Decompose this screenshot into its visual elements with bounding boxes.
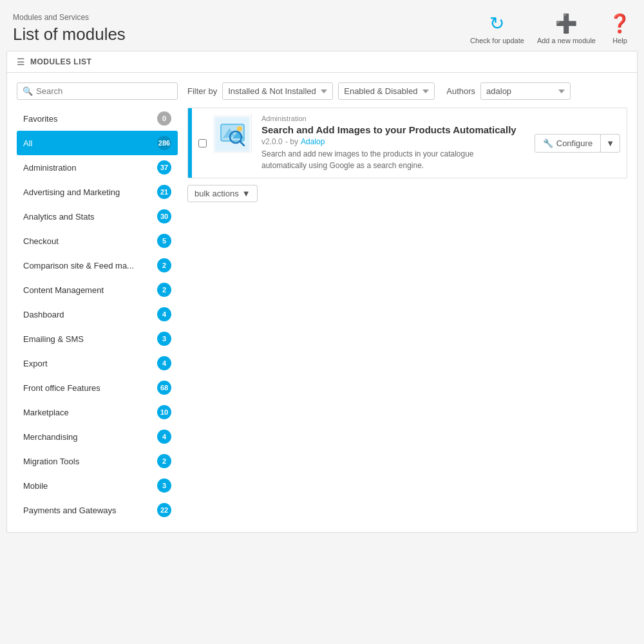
sidebar-item-label: Comparison site & Feed ma...: [23, 261, 134, 270]
sidebar-item[interactable]: Checkout5: [17, 229, 178, 253]
filter-by-label: Filter by: [187, 86, 217, 96]
sidebar-item[interactable]: Migration Tools2: [17, 449, 178, 473]
module-description: Search and add new images to the product…: [261, 148, 518, 171]
sidebar-item-label: Administration: [23, 163, 76, 173]
check-update-button[interactable]: ↻ Check for update: [470, 13, 524, 44]
sidebar-item-label: Dashboard: [23, 310, 64, 319]
module-title: Search and Add Images to your Products A…: [261, 124, 518, 146]
add-module-label: Add a new module: [537, 37, 596, 44]
sidebar-item[interactable]: Export4: [17, 351, 178, 375]
module-card-actions: 🔧 Configure ▼: [528, 108, 627, 178]
sidebar-item[interactable]: Comparison site & Feed ma...2: [17, 253, 178, 278]
module-card-image: [213, 115, 252, 153]
sidebar-item-count: 2: [157, 258, 171, 272]
sidebar-item[interactable]: Advertising and Marketing21: [17, 180, 178, 204]
sidebar-item-label: All: [23, 138, 32, 148]
sidebar-item-label: Marketplace: [23, 408, 69, 417]
authors-label: Authors: [446, 86, 475, 96]
module-author: Adalop: [301, 137, 325, 146]
bulk-actions-label: bulk actions: [194, 189, 239, 198]
header-actions: ↻ Check for update ➕ Add a new module ❓ …: [470, 13, 631, 44]
add-module-button[interactable]: ➕ Add a new module: [537, 13, 596, 44]
sidebar-item[interactable]: Payments and Gateways22: [17, 498, 178, 522]
sidebar-item[interactable]: Mobile3: [17, 473, 178, 498]
page-wrapper: Modules and Services List of modules ↻ C…: [0, 0, 644, 644]
page-title: List of modules: [13, 24, 126, 44]
sidebar-item-count: 286: [157, 136, 171, 150]
sidebar-item[interactable]: Marketplace10: [17, 400, 178, 424]
header-left: Modules and Services List of modules: [13, 13, 126, 44]
search-box[interactable]: 🔍: [17, 82, 178, 100]
configure-dropdown-button[interactable]: ▼: [600, 134, 620, 153]
sidebar-item-count: 30: [157, 209, 171, 223]
help-icon: ❓: [609, 13, 631, 34]
sidebar-item-count: 21: [157, 185, 171, 199]
module-svg-icon: [216, 118, 249, 150]
svg-point-4: [237, 126, 242, 131]
sidebar-item-label: Emailing & SMS: [23, 334, 84, 344]
search-input[interactable]: [36, 86, 172, 96]
sidebar-item-count: 5: [157, 234, 171, 248]
sidebar-item-label: Payments and Gateways: [23, 506, 117, 515]
module-image-placeholder: [214, 117, 250, 152]
sidebar-item-count: 68: [157, 381, 171, 395]
sidebar-item-count: 4: [157, 356, 171, 370]
sidebar-item[interactable]: Front office Features68: [17, 375, 178, 400]
refresh-icon: ↻: [489, 13, 504, 34]
status-filter-select[interactable]: Enabled & DisabledEnabledDisabled: [338, 82, 435, 100]
configure-button[interactable]: 🔧 Configure: [535, 134, 601, 153]
sidebar-item[interactable]: Analytics and Stats30: [17, 204, 178, 229]
sidebar-item[interactable]: Favorites0: [17, 106, 178, 131]
module-name: Search and Add Images to your Products A…: [261, 124, 516, 135]
check-update-label: Check for update: [470, 37, 524, 44]
sidebar-item-count: 2: [157, 283, 171, 297]
sidebar-item-count: 4: [157, 430, 171, 444]
module-by-text: - by: [285, 137, 298, 146]
sidebar-item-label: Favorites: [23, 114, 57, 124]
content-area: Filter by Installed & Not InstalledInsta…: [187, 82, 627, 522]
search-icon: 🔍: [23, 86, 33, 96]
module-checkbox[interactable]: [198, 139, 207, 147]
sidebar-item-label: Merchandising: [23, 432, 78, 442]
authors-select[interactable]: adalopAll: [480, 82, 571, 100]
panel-header-title: MODULES LIST: [30, 57, 91, 66]
sidebar-list: Favorites0All286Administration37Advertis…: [17, 106, 178, 522]
sidebar-item-label: Advertising and Marketing: [23, 187, 120, 197]
sidebar-item[interactable]: Dashboard4: [17, 302, 178, 327]
sidebar-item-count: 3: [157, 332, 171, 346]
bulk-dropdown-icon: ▼: [242, 189, 251, 198]
panel-header: ☰ MODULES LIST: [7, 52, 637, 73]
bulk-actions-bar: bulk actions ▼: [187, 185, 627, 202]
sidebar-item[interactable]: Administration37: [17, 155, 178, 180]
sidebar-item-label: Front office Features: [23, 383, 100, 393]
sidebar-item-count: 2: [157, 454, 171, 468]
top-header: Modules and Services List of modules ↻ C…: [0, 0, 644, 51]
install-filter-select[interactable]: Installed & Not InstalledInstalledNot In…: [222, 82, 333, 100]
module-card-checkbox: [192, 108, 213, 178]
sidebar-item-count: 22: [157, 503, 171, 517]
list-icon: ☰: [17, 57, 25, 67]
sidebar-item-label: Mobile: [23, 481, 48, 491]
module-card: Administration Search and Add Images to …: [187, 108, 627, 178]
wrench-icon: 🔧: [543, 138, 553, 148]
breadcrumb: Modules and Services: [13, 13, 126, 22]
sidebar-item-label: Export: [23, 359, 48, 368]
help-label: Help: [612, 37, 627, 44]
sidebar-item-count: 4: [157, 307, 171, 321]
main-panel: ☰ MODULES LIST 🔍 Favorites0All286Adminis…: [6, 51, 638, 533]
sidebar-item-count: 3: [157, 478, 171, 493]
sidebar-item-count: 37: [157, 160, 171, 175]
sidebar-item-label: Checkout: [23, 236, 59, 246]
sidebar-item[interactable]: Content Management2: [17, 278, 178, 302]
sidebar-item[interactable]: Emailing & SMS3: [17, 327, 178, 351]
module-version: v2.0.0: [261, 137, 283, 146]
sidebar-item[interactable]: All286: [17, 131, 178, 155]
sidebar-item-label: Content Management: [23, 285, 104, 295]
sidebar-item-count: 10: [157, 405, 171, 419]
sidebar-item-label: Analytics and Stats: [23, 212, 95, 222]
sidebar: 🔍 Favorites0All286Administration37Advert…: [17, 82, 178, 522]
sidebar-item[interactable]: Merchandising4: [17, 424, 178, 449]
configure-label: Configure: [556, 138, 592, 148]
help-button[interactable]: ❓ Help: [609, 13, 631, 44]
bulk-actions-button[interactable]: bulk actions ▼: [187, 185, 258, 202]
